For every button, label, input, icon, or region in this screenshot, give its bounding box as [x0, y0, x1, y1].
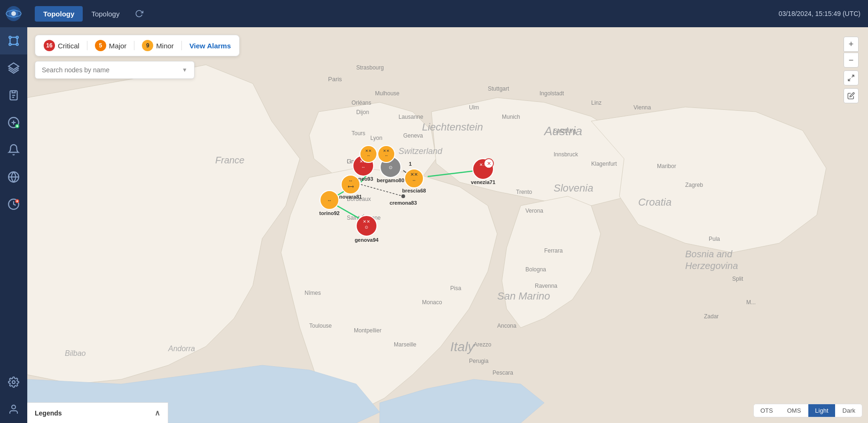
- svg-text:Andorra: Andorra: [168, 345, 195, 353]
- svg-text:⊙: ⊙: [389, 165, 392, 170]
- svg-text:↔: ↔: [412, 178, 416, 183]
- svg-point-124: [360, 146, 377, 162]
- map-svg: France Switzerland Liechtenstein Austria…: [27, 27, 868, 423]
- svg-text:✕✕: ✕✕: [365, 149, 372, 153]
- svg-text:Split: Split: [732, 276, 743, 282]
- sidebar-item-add[interactable]: [0, 109, 27, 136]
- svg-text:↔: ↔: [384, 154, 388, 158]
- theme-oms-button[interactable]: OMS: [781, 404, 808, 417]
- svg-text:✕✕: ✕✕: [410, 172, 418, 177]
- chevron-down-icon: ▼: [182, 67, 188, 73]
- svg-text:Toulouse: Toulouse: [309, 323, 332, 329]
- svg-text:Slovenia: Slovenia: [554, 182, 593, 194]
- svg-rect-30: [27, 27, 868, 423]
- svg-text:cremona83: cremona83: [390, 200, 417, 206]
- svg-point-95: [353, 155, 374, 176]
- svg-line-89: [403, 170, 413, 177]
- svg-text:⊙: ⊙: [365, 225, 368, 230]
- svg-line-91: [428, 170, 478, 177]
- svg-text:Italy: Italy: [450, 339, 475, 354]
- svg-text:Tours: Tours: [352, 130, 365, 137]
- svg-text:Ferrara: Ferrara: [544, 247, 563, 254]
- svg-text:Bilbao: Bilbao: [65, 349, 86, 357]
- svg-text:1: 1: [409, 161, 412, 167]
- svg-line-93: [333, 203, 366, 222]
- svg-text:Nîmes: Nîmes: [305, 290, 321, 296]
- svg-text:Pescara: Pescara: [493, 369, 513, 376]
- view-alarms-link[interactable]: View Alarms: [189, 42, 231, 50]
- sidebar-item-clipboard[interactable]: [0, 82, 27, 109]
- sidebar: [0, 0, 27, 423]
- sidebar-item-chart[interactable]: [0, 191, 27, 218]
- svg-text:↔: ↔: [327, 198, 332, 203]
- legends-label: Legends: [35, 409, 62, 417]
- svg-text:Verona: Verona: [525, 208, 543, 214]
- theme-dark-button[interactable]: Dark: [836, 404, 862, 417]
- svg-text:torino92: torino92: [319, 210, 339, 216]
- sidebar-item-globe[interactable]: [0, 163, 27, 191]
- svg-text:1: 1: [478, 162, 481, 168]
- svg-text:✕✕: ✕✕: [383, 149, 390, 153]
- svg-text:Grenoble: Grenoble: [347, 158, 370, 165]
- svg-text:Zadar: Zadar: [704, 313, 719, 320]
- critical-label: Critical: [58, 42, 79, 50]
- sidebar-item-topology[interactable]: [0, 27, 27, 54]
- svg-point-6: [9, 43, 11, 45]
- tab-topology-active[interactable]: Topology: [35, 6, 83, 22]
- search-input[interactable]: [42, 66, 178, 74]
- alarm-divider-2: [134, 41, 134, 50]
- svg-text:Montpellier: Montpellier: [354, 327, 382, 334]
- map-container[interactable]: France Switzerland Liechtenstein Austria…: [27, 27, 868, 423]
- svg-text:Zagreb: Zagreb: [685, 182, 703, 188]
- svg-text:tuneo93: tuneo93: [353, 176, 373, 182]
- svg-point-4: [9, 36, 11, 38]
- zoom-in-button[interactable]: +: [844, 37, 859, 52]
- sidebar-logo[interactable]: [0, 0, 27, 27]
- zoom-out-button[interactable]: −: [844, 53, 859, 68]
- svg-text:Orléans: Orléans: [352, 100, 371, 106]
- svg-text:Herzegovina: Herzegovina: [685, 261, 738, 271]
- svg-text:Liechtenstein: Liechtenstein: [422, 121, 483, 133]
- alarm-divider-3: [181, 41, 182, 50]
- svg-point-117: [484, 159, 493, 168]
- search-bar[interactable]: ▼: [35, 61, 195, 79]
- map-controls: + −: [844, 37, 859, 103]
- svg-text:✕✕: ✕✕: [363, 219, 370, 224]
- svg-text:Bordeaux: Bordeaux: [347, 196, 371, 202]
- major-alarm-badge: 5 Major: [95, 40, 127, 51]
- sidebar-gear-button[interactable]: [0, 369, 27, 396]
- svg-point-127: [378, 146, 395, 162]
- svg-line-130: [852, 75, 854, 77]
- svg-text:genova94: genova94: [355, 237, 379, 243]
- svg-text:Stuttgart: Stuttgart: [488, 85, 509, 92]
- svg-text:San Marino: San Marino: [497, 290, 550, 302]
- header-timestamp: 03/18/2024, 15:15:49 (UTC): [779, 10, 860, 17]
- tab-topology-inactive[interactable]: Topology: [83, 6, 128, 22]
- legends-chevron-icon[interactable]: ∧: [155, 408, 160, 417]
- svg-text:Ingolstadt: Ingolstadt: [540, 90, 564, 97]
- edit-map-button[interactable]: [844, 88, 859, 103]
- refresh-button[interactable]: [132, 6, 147, 21]
- svg-line-131: [848, 78, 851, 81]
- svg-text:Lyon: Lyon: [370, 135, 383, 141]
- svg-text:Saint-Étienne: Saint-Étienne: [347, 214, 381, 221]
- svg-line-86: [328, 187, 352, 201]
- svg-text:M...: M...: [746, 299, 756, 306]
- minor-label: Minor: [156, 42, 174, 50]
- sidebar-user-button[interactable]: [0, 396, 27, 423]
- sidebar-item-layers[interactable]: [0, 54, 27, 82]
- fit-map-button[interactable]: [844, 70, 859, 85]
- alarm-bar: 16 Critical 5 Major 9 Minor View Alarms: [35, 35, 240, 56]
- theme-light-button[interactable]: Light: [808, 404, 835, 417]
- major-label: Major: [109, 42, 127, 50]
- svg-text:Linz: Linz: [591, 100, 602, 106]
- theme-ots-button[interactable]: OTS: [754, 404, 780, 417]
- sidebar-item-alerts[interactable]: [0, 136, 27, 163]
- svg-text:✕✕: ✕✕: [479, 162, 487, 167]
- svg-text:Lausanne: Lausanne: [399, 114, 423, 120]
- svg-text:Switzerland: Switzerland: [399, 146, 443, 156]
- svg-text:venezia71: venezia71: [471, 179, 495, 185]
- critical-count-badge: 16: [44, 40, 55, 51]
- svg-text:⟷: ⟷: [348, 184, 354, 189]
- svg-text:Ulm: Ulm: [469, 104, 479, 111]
